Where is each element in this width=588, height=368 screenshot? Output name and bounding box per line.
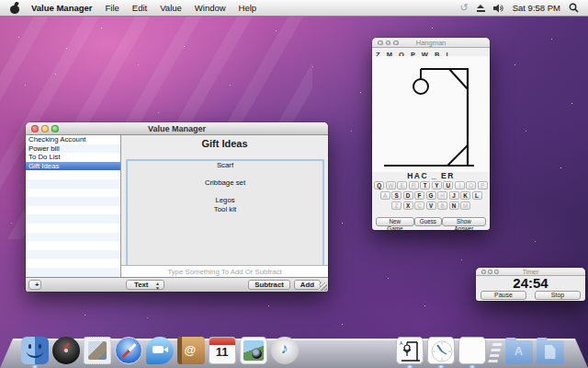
letter-key-z[interactable]: Z xyxy=(391,201,401,210)
add-button[interactable]: Add xyxy=(294,280,321,290)
dock-item-timer-app[interactable] xyxy=(426,337,455,364)
close-button[interactable] xyxy=(378,40,383,46)
letter-key-x[interactable]: X xyxy=(403,201,413,210)
dock-item-address-book[interactable]: @ xyxy=(176,337,205,364)
minimize-button[interactable] xyxy=(488,270,492,274)
letter-key-a[interactable]: A xyxy=(380,191,390,200)
letter-key-c[interactable]: C xyxy=(414,201,424,210)
letter-key-u[interactable]: U xyxy=(443,181,453,190)
dock-item-time-machine[interactable] xyxy=(333,337,361,364)
close-button[interactable] xyxy=(481,270,486,274)
letter-key-l[interactable]: L xyxy=(472,191,482,200)
dock-item-ical[interactable]: 11 xyxy=(208,337,236,364)
letter-key-d[interactable]: D xyxy=(403,191,413,200)
sidebar-item-to-do-list[interactable]: To Do List xyxy=(26,153,120,162)
menu-value[interactable]: Value xyxy=(160,3,182,13)
ical-icon: 11 xyxy=(209,337,236,364)
menu-bar-clock[interactable]: Sat 9:58 PM xyxy=(513,3,560,13)
menu-file[interactable]: File xyxy=(106,3,119,13)
timer-window-controls[interactable] xyxy=(481,270,499,274)
letter-key-v[interactable]: V xyxy=(426,201,436,210)
apple-menu-icon[interactable] xyxy=(9,3,20,14)
add-subtract-input[interactable] xyxy=(121,265,328,277)
letter-key-y[interactable]: Y xyxy=(432,181,442,190)
dock-item-value-manager-app[interactable] xyxy=(458,337,486,364)
letter-key-j[interactable]: J xyxy=(449,191,459,200)
eject-icon[interactable] xyxy=(477,5,485,12)
letter-key-n[interactable]: N xyxy=(449,201,459,210)
value-manager-title-bar[interactable]: Value Manager xyxy=(26,122,328,135)
stop-button[interactable]: Stop xyxy=(535,291,581,300)
sidebar-empty-row xyxy=(26,197,120,206)
dock-item-finder[interactable] xyxy=(20,337,49,364)
minimize-button[interactable] xyxy=(41,125,49,132)
dock-item-iphoto[interactable] xyxy=(239,337,267,364)
letter-key-s[interactable]: S xyxy=(391,191,401,200)
dock-item-hangman-app[interactable]: A xyxy=(395,337,424,364)
dock-item-ichat[interactable] xyxy=(145,337,174,364)
letter-key-w[interactable]: W xyxy=(386,181,396,190)
app-menu[interactable]: Value Manager xyxy=(31,3,93,13)
spotlight-search-icon[interactable] xyxy=(569,3,579,13)
zoom-button[interactable] xyxy=(494,270,499,274)
letter-key-m[interactable]: M xyxy=(460,201,470,210)
letter-key-i[interactable]: I xyxy=(455,181,465,190)
resize-grip[interactable] xyxy=(319,282,327,291)
value-manager-window-controls[interactable] xyxy=(31,125,59,132)
sidebar-empty-row xyxy=(26,250,120,259)
minimize-button[interactable] xyxy=(386,40,391,46)
dock-item-dashboard[interactable] xyxy=(51,337,80,364)
new-game-button[interactable]: New Game xyxy=(376,217,414,226)
subtract-button[interactable]: Subtract xyxy=(248,280,290,290)
dock-item-system-preferences[interactable] xyxy=(364,337,392,364)
list-item[interactable]: Scarf xyxy=(128,161,322,170)
close-button[interactable] xyxy=(31,125,39,132)
menu-window[interactable]: Window xyxy=(195,3,226,13)
list-empty-row xyxy=(128,170,322,179)
sidebar-item-checking-account[interactable]: Checking Account xyxy=(26,135,120,144)
sidebar-empty-row xyxy=(26,241,120,250)
dock-item-photo-booth[interactable] xyxy=(301,337,330,364)
zoom-button[interactable] xyxy=(393,40,399,46)
letter-key-q[interactable]: Q xyxy=(374,181,384,190)
sidebar-item-power-bill[interactable]: Power bill xyxy=(26,144,120,154)
letter-key-r[interactable]: R xyxy=(409,181,419,190)
letter-key-b[interactable]: B xyxy=(437,201,447,210)
sidebar-item-gift-ideas[interactable]: Gift Ideas xyxy=(26,162,120,171)
keyboard-row: QWERTYUIOP xyxy=(372,181,490,190)
list-item[interactable]: Legos xyxy=(128,196,322,205)
letter-key-p[interactable]: P xyxy=(478,181,488,190)
time-machine-menu-icon[interactable]: ↺ xyxy=(460,2,469,14)
letter-key-t[interactable]: T xyxy=(420,181,430,190)
zoom-button[interactable] xyxy=(51,125,59,132)
menu-edit[interactable]: Edit xyxy=(132,3,147,13)
letter-key-f[interactable]: F xyxy=(414,191,424,200)
guess-button[interactable]: Guess xyxy=(414,217,442,226)
dock-item-documents-folder[interactable] xyxy=(536,337,564,364)
dock-item-safari[interactable] xyxy=(114,337,142,364)
add-list-button[interactable]: + xyxy=(28,280,41,290)
hangman-action-buttons: New Game Guess Show Answer xyxy=(376,217,486,226)
dock-item-itunes[interactable]: ♪ xyxy=(270,337,299,364)
letter-key-k[interactable]: K xyxy=(460,191,470,200)
system-preferences-icon xyxy=(365,337,392,364)
show-answer-button[interactable]: Show Answer xyxy=(442,217,486,226)
hangman-title-bar[interactable]: Hangman xyxy=(372,38,490,48)
list-item[interactable]: Cribbage set xyxy=(128,178,322,188)
pause-button[interactable]: Pause xyxy=(481,291,526,300)
hangman-window-controls[interactable] xyxy=(378,40,399,46)
letter-key-e[interactable]: E xyxy=(397,181,407,190)
menu-help[interactable]: Help xyxy=(239,3,257,13)
letter-key-o[interactable]: O xyxy=(466,181,476,190)
volume-icon[interactable] xyxy=(493,4,504,13)
value-list[interactable]: ScarfCribbage setLegosTool kit xyxy=(126,159,324,277)
dock-item-text-file[interactable] xyxy=(567,337,588,364)
letter-key-h[interactable]: H xyxy=(437,191,447,200)
letter-key-g[interactable]: G xyxy=(426,191,436,200)
dock-item-applications-folder[interactable]: A xyxy=(504,337,533,364)
list-item[interactable]: Tool kit xyxy=(128,205,322,214)
type-selector-popup[interactable]: Text▲▼ xyxy=(126,280,164,290)
timer-title-bar[interactable]: Timer xyxy=(476,268,585,276)
dock-item-mail[interactable] xyxy=(83,337,111,364)
value-manager-sidebar[interactable]: Checking AccountPower billTo Do ListGift… xyxy=(26,135,121,277)
